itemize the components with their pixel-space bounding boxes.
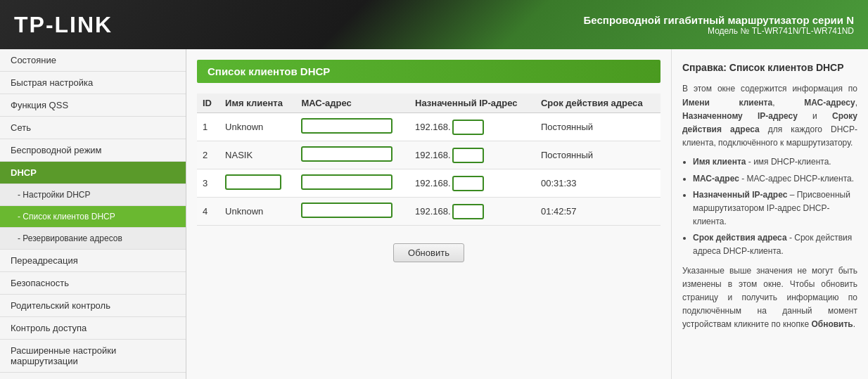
sidebar-item-dhcp-reserve[interactable]: - Резервирование адресов [0,228,186,250]
row3-name [219,169,295,198]
row1-lease: Постоянный [535,113,660,141]
sidebar-item-network[interactable]: Сеть [0,117,186,139]
main-layout: Состояние Быстрая настройка Функция QSS … [0,49,868,379]
col-id: ID [197,94,219,113]
sidebar-item-qss[interactable]: Функция QSS [0,94,186,117]
row3-mac-field [301,174,392,190]
row2-ip-prefix: 192.168. [415,150,451,160]
row3-ip: 192.168. [409,169,535,198]
row2-ip: 192.168. [409,141,535,169]
help-item-mac: МАС-адрес - МАС-адрес DHCP-клиента. [693,172,857,186]
row2-lease: Постоянный [535,141,660,169]
table-row: 1 Unknown 192.168. Постоянный [197,113,660,141]
row4-lease: 01:42:57 [535,198,660,226]
row1-ip-field: 192.168. [415,120,484,135]
row1-mac-field [301,118,392,134]
row2-ip-field: 192.168. [415,148,484,163]
sidebar-item-dhcp-clients[interactable]: - Список клиентов DHCP [0,206,186,228]
sidebar-item-bandwidth[interactable]: Контроль пропускной способности [0,373,186,379]
dhcp-clients-table: ID Имя клиента МАС-адрес Назначенный IP-… [197,94,660,226]
row4-ip-field: 192.168. [415,204,484,219]
header-sub-title: Модель № TL-WR741N/TL-WR741ND [584,26,854,36]
header-main-title: Беспроводной гигабитный маршрутизатор се… [584,14,854,26]
row4-mac [295,198,409,226]
col-lease: Срок действия адреса [535,94,660,113]
row2-ip-suffix [452,148,484,163]
row3-name-field [225,174,281,190]
sidebar-item-dhcp[interactable]: DHCP [0,162,186,184]
row2-mac-field [301,146,392,162]
refresh-btn-row: Обновить [197,236,660,269]
help-intro: В этом окне содержится информация по Име… [682,82,857,150]
row3-mac [295,169,409,198]
col-name: Имя клиента [219,94,295,113]
sidebar-item-forward[interactable]: Переадресация [0,250,186,272]
row1-name: Unknown [219,113,295,141]
row4-mac-field [301,203,392,218]
row3-ip-field: 192.168. [415,176,484,191]
sidebar-item-advanced-routing[interactable]: Расширенные настройки маршрутизации [0,340,186,373]
sidebar-item-dhcp-settings[interactable]: - Настройки DHCP [0,184,186,206]
help-title: Справка: Список клиентов DHCP [682,60,857,75]
sidebar-item-access[interactable]: Контроль доступа [0,317,186,340]
row3-lease: 00:31:33 [535,169,660,198]
row3-ip-suffix [452,176,484,191]
row1-ip-prefix: 192.168. [415,122,451,132]
row3-id: 3 [197,169,219,198]
row3-ip-prefix: 192.168. [415,178,451,188]
header: TP-LINK Беспроводной гигабитный маршрути… [0,0,868,49]
row2-id: 2 [197,141,219,169]
help-list: Имя клиента - имя DHCP-клиента. МАС-адре… [693,155,857,258]
row4-id: 4 [197,198,219,226]
row1-id: 1 [197,113,219,141]
row1-ip: 192.168. [409,113,535,141]
help-item-lease: Срок действия адреса - Срок действия адр… [693,231,857,258]
content-area: Список клиентов DHCP ID Имя клиента МАС-… [186,49,671,379]
help-footer: Указанные выше значения не могут быть из… [682,264,857,332]
help-item-name: Имя клиента - имя DHCP-клиента. [693,155,857,169]
sidebar-item-wireless[interactable]: Беспроводной режим [0,139,186,162]
row2-mac [295,141,409,169]
help-item-ip: Назначенный IP-адрес – Присвоенный маршр… [693,188,857,229]
section-title: Список клиентов DHCP [197,60,660,83]
sidebar-item-parental[interactable]: Родительский контроль [0,295,186,317]
col-ip: Назначенный IP-адрес [409,94,535,113]
table-row: 2 NASIK 192.168. Постоянный [197,141,660,169]
table-row: 3 192.168. 00:31:33 [197,169,660,198]
row4-ip: 192.168. [409,198,535,226]
logo: TP-LINK [14,12,113,38]
row2-name: NASIK [219,141,295,169]
sidebar-item-status[interactable]: Состояние [0,49,186,72]
help-panel: Справка: Список клиентов DHCP В этом окн… [671,49,868,379]
header-title: Беспроводной гигабитный маршрутизатор се… [584,14,854,36]
sidebar: Состояние Быстрая настройка Функция QSS … [0,49,186,379]
row1-ip-suffix [452,120,484,135]
row4-name: Unknown [219,198,295,226]
sidebar-item-quick[interactable]: Быстрая настройка [0,72,186,94]
refresh-button[interactable]: Обновить [393,243,464,262]
table-row: 4 Unknown 192.168. 01:42:57 [197,198,660,226]
col-mac: МАС-адрес [295,94,409,113]
row4-ip-suffix [452,204,484,219]
row1-mac [295,113,409,141]
sidebar-item-security[interactable]: Безопасность [0,272,186,295]
row4-ip-prefix: 192.168. [415,206,451,217]
